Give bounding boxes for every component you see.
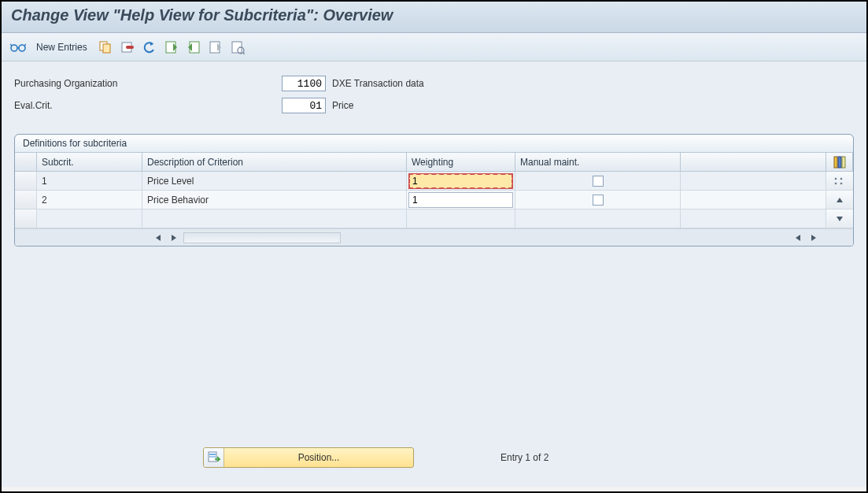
- col-manual[interactable]: Manual maint.: [515, 153, 681, 171]
- position-icon: [204, 448, 224, 467]
- scroll-down-button[interactable]: [826, 209, 853, 228]
- position-label: Position...: [224, 452, 413, 463]
- title-bar: Change View "Help View for Subcriteria":…: [2, 2, 866, 33]
- subcriteria-grid: Subcrit. Description of Criterion Weight…: [15, 153, 853, 246]
- table-settings-icon: [833, 156, 846, 169]
- svg-rect-21: [209, 456, 216, 458]
- entry-count-text: Entry 1 of 2: [500, 452, 549, 463]
- svg-rect-12: [834, 157, 837, 168]
- grid-side-tools: [826, 172, 853, 228]
- subcriteria-panel: Definitions for subcriteria Subcrit. Des…: [14, 134, 854, 246]
- config-icon[interactable]: [229, 39, 246, 56]
- panel-title: Definitions for subcriteria: [15, 135, 853, 153]
- scroll-left-end-button[interactable]: [792, 232, 804, 244]
- weighting-input[interactable]: [408, 173, 513, 189]
- cell-manual: [515, 172, 681, 190]
- cell-weighting: [407, 172, 515, 190]
- svg-point-1: [19, 45, 25, 51]
- svg-point-16: [835, 182, 837, 184]
- cell-subcrit[interactable]: 2: [37, 191, 142, 209]
- svg-rect-14: [842, 157, 845, 168]
- table-settings-button[interactable]: [826, 153, 853, 171]
- select-block-icon[interactable]: [185, 39, 202, 56]
- cell-description[interactable]: Price Level: [142, 172, 407, 190]
- page-title: Change View "Help View for Subcriteria":…: [11, 6, 857, 24]
- table-row: 1 Price Level: [15, 172, 826, 191]
- manual-checkbox[interactable]: [593, 195, 604, 206]
- row-selector[interactable]: [15, 191, 37, 209]
- cell-weighting: [407, 191, 515, 209]
- scroll-track[interactable]: [183, 232, 341, 243]
- select-all-icon[interactable]: [163, 39, 180, 56]
- svg-point-15: [835, 177, 837, 180]
- cell-manual: [515, 191, 681, 209]
- svg-point-0: [11, 45, 17, 51]
- table-row: 2 Price Behavior: [15, 191, 826, 209]
- undo-icon[interactable]: [141, 39, 158, 56]
- scroll-left-button[interactable]: [152, 232, 164, 244]
- svg-line-11: [242, 52, 245, 54]
- col-description[interactable]: Description of Criterion: [142, 153, 407, 171]
- cell-subcrit[interactable]: 1: [37, 172, 142, 190]
- horizontal-scrollbar: [15, 228, 853, 246]
- cell-empty: [142, 209, 407, 228]
- select-all-column[interactable]: [15, 153, 37, 171]
- cell-empty: [407, 209, 515, 228]
- footer-row: Position... Entry 1 of 2: [14, 447, 854, 468]
- position-button[interactable]: Position...: [203, 447, 414, 468]
- eval-crit-label: Eval.Crit.: [14, 100, 282, 111]
- weighting-input[interactable]: [408, 192, 513, 208]
- svg-rect-5: [126, 46, 134, 49]
- cell-description[interactable]: Price Behavior: [142, 191, 407, 209]
- svg-rect-13: [838, 157, 841, 168]
- manual-checkbox[interactable]: [593, 176, 604, 187]
- deselect-all-icon[interactable]: [207, 39, 224, 56]
- row-selector[interactable]: [15, 172, 37, 190]
- eval-crit-row: Eval.Crit. Price: [14, 96, 854, 115]
- grid-header: Subcrit. Description of Criterion Weight…: [15, 153, 853, 172]
- purchasing-org-label: Purchasing Organization: [14, 78, 282, 89]
- row-selector[interactable]: [15, 209, 37, 228]
- cell-empty: [37, 209, 142, 228]
- scroll-up-button[interactable]: [826, 191, 853, 209]
- select-columns-button[interactable]: [826, 172, 853, 191]
- col-subcrit[interactable]: Subcrit.: [37, 153, 142, 171]
- svg-point-18: [840, 182, 843, 184]
- scroll-right-end-button[interactable]: [807, 232, 820, 244]
- col-spacer: [681, 153, 826, 171]
- content-area: Purchasing Organization DXE Transaction …: [2, 61, 866, 487]
- purchasing-org-row: Purchasing Organization DXE Transaction …: [14, 74, 854, 93]
- app-toolbar: New Entries: [2, 33, 866, 61]
- scroll-right-button[interactable]: [168, 232, 180, 244]
- cell-empty: [681, 209, 826, 228]
- delete-icon[interactable]: [119, 39, 136, 56]
- purchasing-org-desc: DXE Transaction data: [332, 78, 424, 89]
- table-row-empty: [15, 209, 826, 228]
- glasses-icon[interactable]: [9, 39, 27, 56]
- cell-spacer: [681, 172, 826, 190]
- copy-as-icon[interactable]: [97, 39, 114, 56]
- eval-crit-desc: Price: [332, 100, 353, 111]
- new-entries-button[interactable]: New Entries: [31, 38, 92, 57]
- svg-rect-20: [209, 454, 216, 455]
- new-entries-label: New Entries: [36, 42, 87, 53]
- svg-point-17: [840, 177, 843, 180]
- cell-empty: [515, 209, 681, 228]
- cell-spacer: [681, 191, 826, 209]
- purchasing-org-input[interactable]: [282, 76, 326, 91]
- svg-rect-3: [103, 44, 110, 53]
- eval-crit-input[interactable]: [282, 98, 326, 113]
- col-weighting[interactable]: Weighting: [407, 153, 515, 171]
